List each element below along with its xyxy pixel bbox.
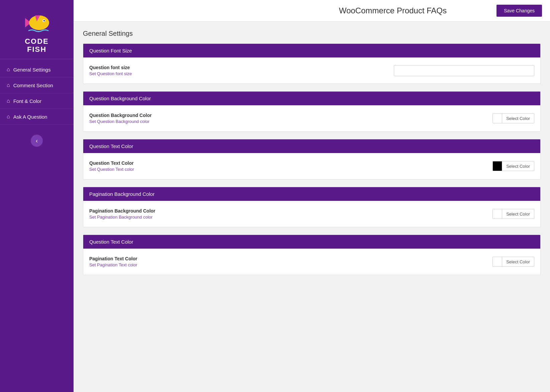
field-control-pagination-bg: Select Color (492, 209, 534, 219)
sidebar-logo-text: CODEFISH (25, 37, 49, 53)
main-area: WooCommerce Product FAQs Save Changes Ge… (74, 0, 550, 392)
field-label-group-question-text: Question Text Color Set Question Text co… (89, 160, 492, 172)
pagination-text-color-swatch (493, 257, 502, 266)
top-bar: WooCommerce Product FAQs Save Changes (74, 0, 550, 22)
question-text-color-button[interactable]: Select Color (492, 161, 534, 171)
svg-point-1 (29, 15, 49, 30)
field-label-question-bg: Question Background Color (89, 113, 492, 118)
sidebar-item-font-color[interactable]: ⌂ Font & Color (0, 93, 74, 109)
sidebar-item-label-3: Font & Color (13, 98, 41, 104)
field-control-pagination-text: Select Color (492, 257, 534, 267)
card-question-text-color: Question Text Color Question Text Color … (83, 139, 541, 179)
field-label-question-text: Question Text Color (89, 160, 492, 166)
field-label-pagination-text: Pagination Text Color (89, 256, 492, 261)
question-bg-color-swatch (493, 114, 502, 123)
card-header-question-bg: Question Background Color (83, 92, 540, 105)
field-control-question-text: Select Color (492, 161, 534, 171)
question-text-color-swatch (493, 161, 502, 171)
field-control-font-size (394, 65, 534, 76)
content-area: General Settings Question Font Size Ques… (74, 22, 550, 392)
card-body-question-bg: Question Background Color Set Question B… (83, 105, 540, 131)
home-icon-2: ⌂ (7, 82, 10, 88)
field-label-group-font-size: Question font size Set Question font siz… (89, 65, 394, 76)
card-body-pagination-bg: Pagination Background Color Set Paginati… (83, 201, 540, 227)
question-bg-color-button[interactable]: Select Color (492, 113, 534, 123)
card-header-font-size: Question Font Size (83, 44, 540, 57)
card-body-question-text: Question Text Color Set Question Text co… (83, 153, 540, 179)
card-header-pagination-text: Question Text Color (83, 235, 540, 249)
pagination-bg-color-button[interactable]: Select Color (492, 209, 534, 219)
field-desc-font-size: Set Question font size (89, 71, 394, 76)
codefish-logo-icon (22, 8, 52, 35)
pagination-text-color-label: Select Color (502, 258, 534, 266)
sidebar-item-label-4: Ask A Question (13, 114, 47, 120)
field-desc-question-text: Set Question Text color (89, 167, 492, 172)
pagination-bg-color-swatch (493, 209, 502, 219)
field-desc-pagination-text: Set Pagination Text color (89, 262, 492, 267)
section-title: General Settings (83, 30, 541, 37)
card-body-font-size: Question font size Set Question font siz… (83, 57, 540, 84)
card-pagination-text-color: Question Text Color Pagination Text Colo… (83, 235, 541, 275)
card-header-pagination-bg: Pagination Background Color (83, 187, 540, 201)
question-text-color-label: Select Color (502, 162, 534, 170)
sidebar-item-general-settings[interactable]: ⌂ General Settings (0, 62, 74, 78)
card-body-pagination-text: Pagination Text Color Set Pagination Tex… (83, 249, 540, 275)
home-icon-4: ⌂ (7, 114, 10, 120)
card-question-bg-color: Question Background Color Question Backg… (83, 91, 541, 132)
field-label-pagination-bg: Pagination Background Color (89, 208, 492, 214)
chevron-left-icon: ‹ (36, 137, 38, 144)
sidebar-collapse-button[interactable]: ‹ (31, 135, 43, 147)
home-icon: ⌂ (7, 67, 10, 73)
field-control-question-bg: Select Color (492, 113, 534, 123)
sidebar-item-label-2: Comment Section (13, 83, 53, 88)
home-icon-3: ⌂ (7, 98, 10, 104)
save-changes-button[interactable]: Save Changes (497, 5, 542, 17)
sidebar-item-comment-section[interactable]: ⌂ Comment Section (0, 78, 74, 93)
field-label-font-size: Question font size (89, 65, 394, 70)
field-label-group-pagination-bg: Pagination Background Color Set Paginati… (89, 208, 492, 220)
sidebar: CODEFISH ⌂ General Settings ⌂ Comment Se… (0, 0, 74, 392)
card-header-question-text: Question Text Color (83, 139, 540, 153)
svg-point-3 (43, 20, 45, 21)
pagination-text-color-button[interactable]: Select Color (492, 257, 534, 267)
pagination-bg-color-label: Select Color (502, 210, 534, 218)
field-desc-question-bg: Set Question Background color (89, 119, 492, 124)
sidebar-item-ask-question[interactable]: ⌂ Ask A Question (0, 109, 74, 125)
sidebar-item-label: General Settings (13, 67, 51, 73)
sidebar-logo: CODEFISH (0, 0, 74, 59)
question-bg-color-label: Select Color (502, 114, 534, 123)
field-label-group-question-bg: Question Background Color Set Question B… (89, 113, 492, 124)
card-pagination-bg-color: Pagination Background Color Pagination B… (83, 187, 541, 227)
field-label-group-pagination-text: Pagination Text Color Set Pagination Tex… (89, 256, 492, 267)
sidebar-nav: ⌂ General Settings ⌂ Comment Section ⌂ F… (0, 62, 74, 125)
card-question-font-size: Question Font Size Question font size Se… (83, 43, 541, 84)
field-desc-pagination-bg: Set Pagination Background color (89, 215, 492, 220)
font-size-input[interactable] (394, 65, 534, 76)
page-title: WooCommerce Product FAQs (289, 6, 497, 15)
